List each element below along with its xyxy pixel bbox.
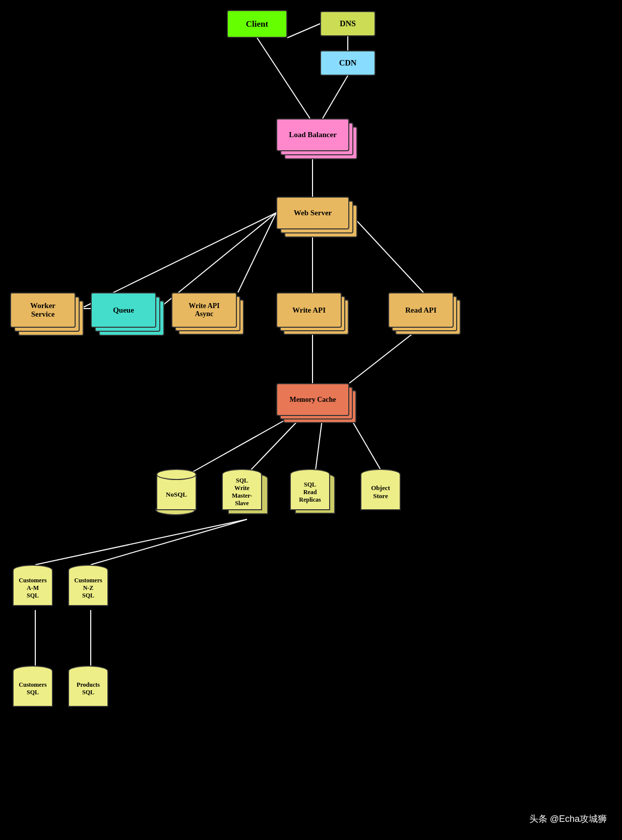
- svg-line-2: [257, 38, 310, 118]
- customerssql-label: CustomersSQL: [19, 681, 46, 696]
- writeapi-label: Write API: [292, 306, 326, 315]
- dns-label: DNS: [340, 19, 356, 28]
- queue-label: Queue: [113, 306, 134, 315]
- customersnz-label: CustomersN-ZSQL: [74, 577, 102, 599]
- productssql-label: ProductsSQL: [77, 681, 100, 696]
- customersam-label: CustomersA-MSQL: [19, 577, 46, 599]
- customers-nz-node: CustomersN-ZSQL: [68, 565, 108, 606]
- readapi-label: Read API: [405, 306, 437, 315]
- customers-am-node: CustomersA-MSQL: [13, 565, 53, 606]
- sql-write-node: SQLWriteMaster-Slave: [222, 469, 262, 510]
- svg-line-0: [287, 24, 320, 38]
- object-store-node: ObjectStore: [360, 469, 401, 510]
- sql-read-node: SQLReadReplicas: [290, 469, 330, 510]
- watermark: 头条 @Echa攻城狮: [529, 813, 607, 825]
- diagram: Client DNS CDN Load Balancer Web Server: [0, 0, 622, 840]
- loadbalancer-label: Load Balancer: [289, 131, 337, 139]
- svg-line-14: [315, 416, 323, 474]
- svg-line-16: [35, 519, 247, 565]
- customers-sql-node: CustomersSQL: [13, 666, 53, 707]
- nosql-node: NoSQL: [156, 469, 197, 510]
- cdn-label: CDN: [339, 58, 357, 68]
- workerservice-label: WorkerService: [30, 302, 55, 319]
- memorycache-label: Memory Cache: [289, 396, 336, 404]
- svg-line-7: [238, 213, 276, 292]
- svg-line-12: [189, 416, 292, 474]
- sqlwrite-label: SQLWriteMaster-Slave: [232, 477, 252, 507]
- objectstore-label: ObjectStore: [371, 484, 390, 500]
- nosql-label: NoSQL: [166, 491, 187, 499]
- products-sql-node: ProductsSQL: [68, 666, 108, 707]
- writeapiasync-label: Write APIAsync: [189, 302, 220, 318]
- svg-line-15: [349, 416, 383, 474]
- webserver-label: Web Server: [294, 209, 332, 217]
- client-label: Client: [246, 19, 268, 29]
- svg-line-17: [91, 519, 247, 565]
- svg-line-3: [323, 76, 348, 118]
- sqlread-label: SQLReadReplicas: [299, 481, 321, 504]
- svg-line-13: [247, 416, 302, 474]
- svg-line-9: [349, 213, 423, 292]
